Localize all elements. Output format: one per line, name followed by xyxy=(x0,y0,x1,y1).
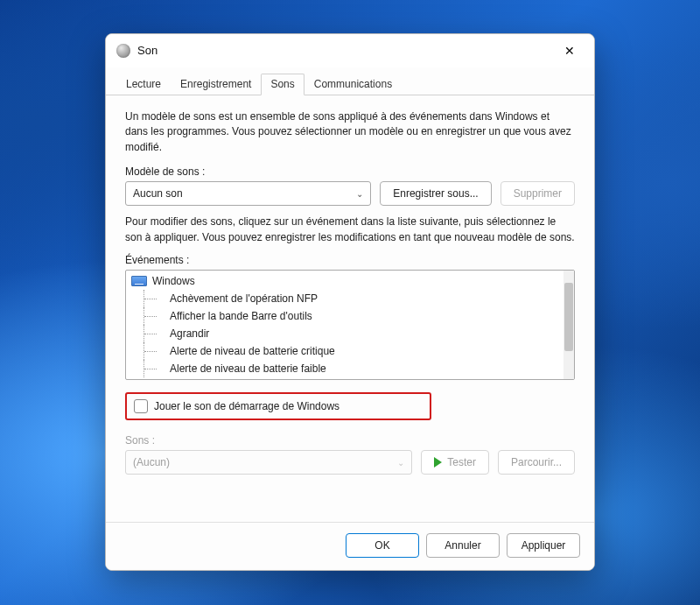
titlebar: Son ✕ xyxy=(106,34,594,67)
events-label: Événements : xyxy=(125,254,575,266)
events-root-label: Windows xyxy=(152,275,195,287)
event-item[interactable]: Afficher la bande Barre d'outils xyxy=(126,307,564,325)
tab-lecture[interactable]: Lecture xyxy=(116,74,171,95)
tab-enregistrement[interactable]: Enregistrement xyxy=(171,74,261,95)
scheme-description: Un modèle de sons est un ensemble de son… xyxy=(125,109,575,155)
ok-button[interactable]: OK xyxy=(346,533,419,558)
startup-sound-highlight: Jouer le son de démarrage de Windows xyxy=(125,392,431,420)
event-item[interactable]: Agrandir xyxy=(126,325,564,342)
events-description: Pour modifier des sons, cliquez sur un é… xyxy=(125,215,575,245)
scheme-value: Aucun son xyxy=(133,187,183,200)
tab-content: Un modèle de sons est un ensemble de son… xyxy=(106,95,594,522)
browse-button: Parcourir... xyxy=(498,450,575,475)
dialog-footer: OK Annuler Appliquer xyxy=(106,522,594,570)
delete-button: Supprimer xyxy=(500,181,575,206)
apply-button[interactable]: Appliquer xyxy=(507,533,580,558)
tab-strip: Lecture Enregistrement Sons Communicatio… xyxy=(106,67,594,95)
startup-sound-label: Jouer le son de démarrage de Windows xyxy=(154,400,340,412)
scheme-label: Modèle de sons : xyxy=(125,165,575,178)
sound-dialog: Son ✕ Lecture Enregistrement Sons Commun… xyxy=(105,33,595,571)
scheme-select[interactable]: Aucun son ⌄ xyxy=(125,181,371,206)
tab-communications[interactable]: Communications xyxy=(304,74,402,95)
test-button: Tester xyxy=(421,450,489,475)
event-item[interactable]: Achèvement de l'opération NFP xyxy=(126,290,564,307)
event-item[interactable]: Alerte de niveau de batterie critique xyxy=(126,342,564,360)
scrollbar-thumb[interactable] xyxy=(564,283,573,351)
windows-icon xyxy=(131,276,147,286)
save-as-button[interactable]: Enregistrer sous... xyxy=(380,181,491,206)
chevron-down-icon: ⌄ xyxy=(397,457,404,467)
sound-icon xyxy=(116,44,130,58)
events-listbox[interactable]: Windows Achèvement de l'opération NFP Af… xyxy=(125,270,575,380)
cancel-button[interactable]: Annuler xyxy=(426,533,500,558)
close-icon: ✕ xyxy=(564,45,575,57)
sounds-value: (Aucun) xyxy=(133,456,170,468)
close-button[interactable]: ✕ xyxy=(550,38,589,64)
play-icon xyxy=(434,457,442,468)
chevron-down-icon: ⌄ xyxy=(356,189,363,199)
events-root[interactable]: Windows xyxy=(126,272,564,290)
event-item[interactable]: Alerte de niveau de batterie faible xyxy=(126,360,564,377)
sounds-select: (Aucun) ⌄ xyxy=(125,450,412,475)
window-title: Son xyxy=(137,44,158,57)
startup-sound-checkbox[interactable] xyxy=(134,399,148,413)
sounds-label: Sons : xyxy=(125,434,575,447)
events-scrollbar[interactable] xyxy=(564,271,574,379)
tab-sons[interactable]: Sons xyxy=(261,74,304,95)
